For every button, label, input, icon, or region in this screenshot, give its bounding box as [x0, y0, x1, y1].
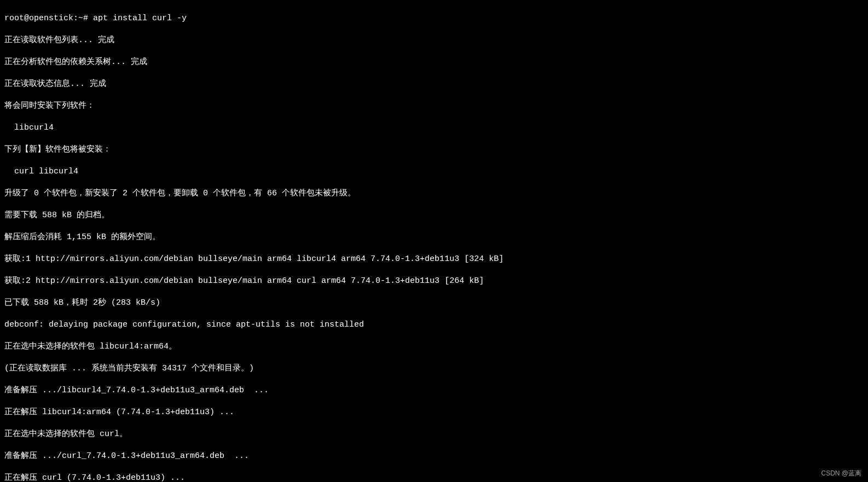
output-line: 获取:1 http://mirrors.aliyun.com/debian bu… [4, 254, 864, 265]
output-line: curl libcurl4 [4, 166, 864, 177]
output-line: 正在解压 curl (7.74.0-1.3+deb11u3) ... [4, 473, 864, 482]
output-line: 下列【新】软件包将被安装： [4, 144, 864, 155]
output-line: 准备解压 .../libcurl4_7.74.0-1.3+deb11u3_arm… [4, 385, 864, 396]
output-line: libcurl4 [4, 123, 864, 133]
output-line: 准备解压 .../curl_7.74.0-1.3+deb11u3_arm64.d… [4, 451, 864, 462]
shell-prompt: root@openstick:~# [4, 14, 93, 23]
output-line: 解压缩后会消耗 1,155 kB 的额外空间。 [4, 232, 864, 243]
output-line: 需要下载 588 kB 的归档。 [4, 210, 864, 221]
output-line: debconf: delaying package configuration,… [4, 320, 864, 330]
command-text: apt install curl -y [93, 14, 187, 23]
output-line: 正在选中未选择的软件包 curl。 [4, 429, 864, 440]
prompt-line: root@openstick:~# apt install curl -y [4, 13, 864, 24]
watermark-text: CSDN @蓝​离 [821, 468, 861, 479]
output-line: 正在分析软件包的依赖关系树... 完成 [4, 57, 864, 68]
output-line: 获取:2 http://mirrors.aliyun.com/debian bu… [4, 276, 864, 287]
terminal-output[interactable]: root@openstick:~# apt install curl -y 正在… [0, 0, 868, 482]
output-line: 正在读取软件包列表... 完成 [4, 35, 864, 46]
output-line: (正在读取数据库 ... 系统当前共安装有 34317 个文件和目录。) [4, 363, 864, 374]
output-line: 正在解压 libcurl4:arm64 (7.74.0-1.3+deb11u3)… [4, 407, 864, 418]
output-line: 正在选中未选择的软件包 libcurl4:arm64。 [4, 341, 864, 352]
output-line: 将会同时安装下列软件： [4, 101, 864, 112]
output-line: 已下载 588 kB，耗时 2秒 (283 kB/s) [4, 298, 864, 309]
output-line: 正在读取状态信息... 完成 [4, 79, 864, 90]
output-line: 升级了 0 个软件包，新安装了 2 个软件包，要卸载 0 个软件包，有 66 个… [4, 188, 864, 199]
